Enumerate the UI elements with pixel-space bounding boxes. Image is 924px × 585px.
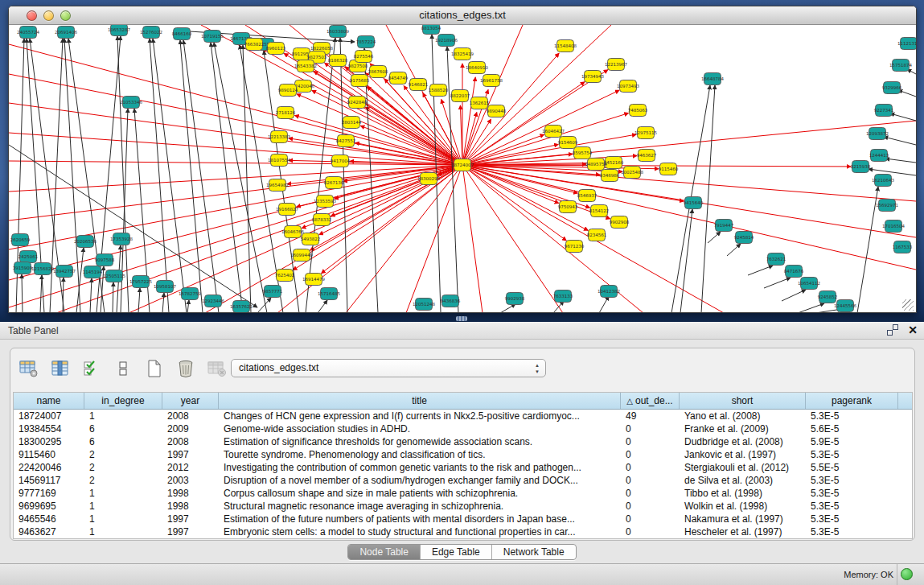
graph-node-8466160[interactable]: 8466160 — [172, 28, 192, 40]
column-select-icon[interactable] — [50, 358, 71, 379]
memory-ok-icon[interactable] — [901, 568, 913, 580]
graph-node-15716485[interactable]: 15716485 — [318, 288, 340, 300]
graph-node-9227341[interactable]: 9227341 — [874, 105, 894, 117]
graph-node-19734943[interactable]: 19734943 — [581, 71, 604, 83]
graph-node-16033809[interactable]: 16033809 — [326, 26, 349, 38]
graph-node-11121314[interactable]: 11121314 — [897, 38, 916, 50]
graph-node-10958107[interactable]: 10958107 — [154, 281, 176, 293]
graph-node-2718126[interactable]: 2718126 — [276, 107, 296, 119]
panel-divider-grip[interactable] — [456, 316, 467, 321]
column-header-pagerank[interactable]: pagerank — [806, 393, 898, 409]
graph-node-19218906[interactable]: 19218906 — [435, 35, 458, 47]
tab-node-table[interactable]: Node Table — [348, 545, 420, 559]
table-row[interactable]: 969969511998Structural magnetic resonanc… — [14, 500, 912, 513]
graph-node-14895754[interactable]: 14895754 — [585, 159, 607, 171]
graph-node-8427552[interactable]: 8427552 — [336, 135, 356, 147]
graph-node-15692971[interactable]: 15692971 — [876, 200, 898, 212]
graph-node-21053346[interactable]: 21053346 — [120, 97, 142, 109]
graph-node-9115460[interactable]: 9115460 — [659, 163, 679, 175]
graph-node-3915909[interactable]: 3915909 — [13, 262, 33, 274]
minimize-window-icon[interactable] — [43, 10, 54, 21]
graph-node-9245852[interactable]: 9245852 — [818, 291, 838, 303]
graph-node-12093872[interactable]: 12093872 — [866, 128, 889, 140]
graph-node-15276022[interactable]: 15276022 — [140, 27, 162, 39]
row-check-icon[interactable] — [81, 358, 102, 379]
graph-node-17957225[interactable]: 17957225 — [129, 276, 152, 288]
graph-node-1167533[interactable]: 1167533 — [893, 241, 913, 253]
zoom-window-icon[interactable] — [60, 10, 71, 21]
graph-node-1145194[interactable]: 1145194 — [83, 266, 103, 278]
graph-node-5493822[interactable]: 5493822 — [301, 233, 321, 245]
graph-node-8878332[interactable]: 8878332 — [312, 214, 332, 226]
graph-node-8454749[interactable]: 8454749 — [388, 72, 409, 84]
graph-node-12445566[interactable]: 12445566 — [834, 300, 856, 312]
new-document-icon[interactable] — [144, 358, 165, 379]
graph-node-12213967[interactable]: 12213967 — [605, 59, 627, 71]
graph-node-9175685[interactable]: 9175685 — [350, 75, 370, 87]
graph-node-9890448[interactable]: 9890448 — [487, 105, 507, 117]
graph-node-16357622[interactable]: 16357622 — [230, 301, 253, 313]
graph-node-16961758[interactable]: 16961758 — [480, 75, 503, 87]
graph-node-18300295[interactable]: 18300295 — [417, 173, 440, 185]
graph-node-7857224[interactable]: 7857224 — [356, 36, 376, 48]
table-row[interactable]: 1830029562008Estimation of significance … — [14, 435, 912, 448]
graph-node-12353593[interactable]: 12353593 — [314, 196, 336, 208]
graph-node-9890124[interactable]: 9890124 — [278, 84, 298, 97]
graph-node-9154609[interactable]: 9154609 — [558, 137, 578, 149]
graph-node-17016504[interactable]: 17016504 — [882, 220, 905, 233]
graph-node-12051248[interactable]: 12051248 — [413, 299, 435, 311]
graph-node-12975115[interactable]: 12975115 — [634, 127, 657, 139]
table-source-combobox[interactable]: citations_edges.txt ▲▼ — [231, 359, 546, 377]
graph-node-10973493[interactable]: 10973493 — [617, 80, 639, 93]
citation-network-graph[interactable]: 2405572420691406106532871527602284661601… — [9, 25, 916, 312]
close-window-icon[interactable] — [27, 10, 37, 21]
graph-node-9857771[interactable]: 9857771 — [263, 286, 283, 298]
graph-node-12505115[interactable]: 12505115 — [103, 270, 125, 282]
table-row[interactable]: 946554611997Estimation of the future num… — [14, 513, 912, 525]
tab-edge-table[interactable]: Edge Table — [420, 545, 491, 559]
close-panel-icon[interactable]: ✕ — [908, 324, 918, 336]
graph-node-8154122[interactable]: 8154122 — [589, 205, 610, 217]
float-panel-icon[interactable] — [887, 324, 898, 336]
graph-node-13942757[interactable]: 13942757 — [53, 266, 76, 278]
graph-node-10412382[interactable]: 10412382 — [598, 286, 620, 298]
graph-node-8822037[interactable]: 8822037 — [450, 90, 470, 102]
network-window-titlebar[interactable]: citations_edges.txt — [9, 6, 916, 25]
graph-node-9097588[interactable]: 9097588 — [95, 254, 115, 266]
column-header-title[interactable]: title — [219, 393, 621, 409]
column-header-name[interactable]: name — [14, 393, 84, 409]
graph-node-16782759[interactable]: 16782759 — [179, 288, 201, 300]
graph-node-16210643[interactable]: 16210643 — [872, 175, 894, 187]
graph-node-7633133[interactable]: 7633133 — [553, 290, 573, 303]
graph-node-10719155[interactable]: 10719155 — [201, 31, 224, 43]
graph-node-18640910[interactable]: 18640910 — [466, 62, 488, 74]
graph-node-8267130[interactable]: 8267130 — [324, 177, 344, 189]
network-canvas[interactable]: 2405572420691406106532871527602284661601… — [9, 25, 916, 312]
graph-node-7625402[interactable]: 7625402 — [275, 270, 295, 282]
graph-node-9750943[interactable]: 9750943 — [558, 201, 578, 213]
window-resize-grip[interactable] — [902, 299, 914, 311]
graph-node-10653287[interactable]: 10653287 — [108, 25, 130, 36]
graph-node-2620659[interactable]: 2620659 — [10, 234, 31, 246]
graph-node-17353928[interactable]: 17353928 — [110, 233, 133, 245]
graph-node-9245814[interactable]: 9245814 — [734, 232, 754, 244]
graph-node-2425061[interactable]: 2425061 — [18, 251, 39, 263]
graph-node-19166827[interactable]: 19166827 — [276, 204, 298, 216]
graph-node-9346986[interactable]: 9346986 — [600, 170, 620, 182]
graph-node-8960123[interactable]: 8960123 — [266, 43, 286, 55]
graph-node-9146821[interactable]: 9146821 — [409, 79, 429, 91]
column-header-year[interactable]: year — [162, 393, 219, 409]
graph-node-8546937[interactable]: 8546937 — [577, 190, 598, 202]
graph-node-8595754[interactable]: 8595754 — [573, 147, 593, 159]
graph-node-16046427[interactable]: 16046427 — [542, 126, 565, 138]
graph-node-8234561[interactable]: 8234561 — [587, 229, 607, 241]
column-header-in_degree[interactable]: in_degree — [84, 393, 162, 409]
graph-node-11548408[interactable]: 11548408 — [554, 40, 577, 52]
table-row[interactable]: 1456911722003Disruption of a novel membe… — [14, 474, 912, 487]
graph-node-8215938[interactable]: 8215938 — [851, 161, 871, 173]
graph-node-2867608[interactable]: 2867608 — [368, 66, 388, 78]
graph-node-8186328[interactable]: 8186328 — [328, 55, 348, 67]
graph-node-16099449[interactable]: 16099449 — [290, 249, 313, 262]
graph-node-1362615[interactable]: 1362615 — [470, 97, 490, 109]
graph-node-15751874[interactable]: 15751874 — [889, 60, 912, 72]
